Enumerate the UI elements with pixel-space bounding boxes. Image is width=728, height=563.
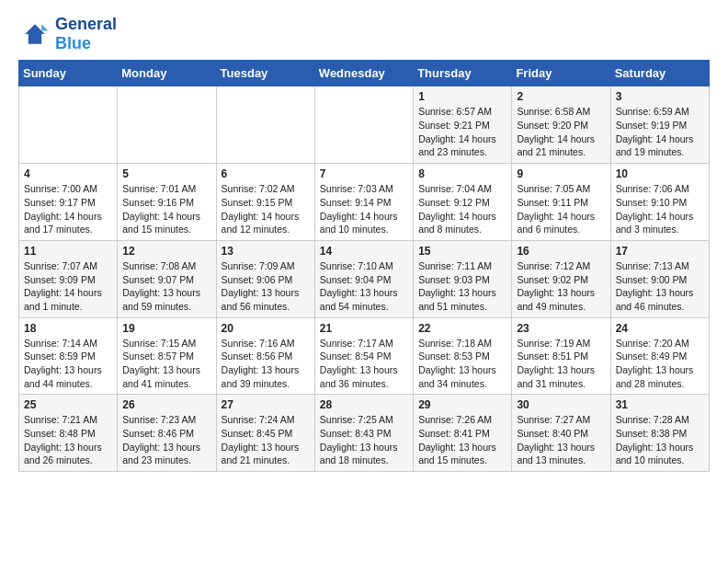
calendar-cell: 27Sunrise: 7:24 AM Sunset: 8:45 PM Dayli…	[216, 395, 314, 472]
day-number: 28	[320, 398, 408, 411]
day-number: 10	[616, 167, 704, 180]
day-number: 14	[320, 245, 408, 258]
calendar-cell: 9Sunrise: 7:05 AM Sunset: 9:11 PM Daylig…	[512, 164, 610, 241]
weekday-header: Friday	[512, 61, 610, 86]
day-info: Sunrise: 7:27 AM Sunset: 8:40 PM Dayligh…	[517, 413, 605, 467]
day-info: Sunrise: 7:04 AM Sunset: 9:12 PM Dayligh…	[418, 182, 506, 236]
day-info: Sunrise: 7:18 AM Sunset: 8:53 PM Dayligh…	[418, 337, 506, 391]
day-info: Sunrise: 7:28 AM Sunset: 8:38 PM Dayligh…	[616, 413, 704, 467]
day-info: Sunrise: 7:23 AM Sunset: 8:46 PM Dayligh…	[122, 413, 210, 467]
calendar-cell: 18Sunrise: 7:14 AM Sunset: 8:59 PM Dayli…	[19, 317, 118, 395]
calendar-week-row: 4Sunrise: 7:00 AM Sunset: 9:17 PM Daylig…	[19, 164, 710, 241]
calendar-cell: 22Sunrise: 7:18 AM Sunset: 8:53 PM Dayli…	[414, 317, 512, 395]
day-number: 27	[222, 398, 310, 411]
calendar-cell: 20Sunrise: 7:16 AM Sunset: 8:56 PM Dayli…	[216, 317, 314, 395]
day-info: Sunrise: 7:16 AM Sunset: 8:56 PM Dayligh…	[222, 337, 310, 391]
calendar-week-row: 1Sunrise: 6:57 AM Sunset: 9:21 PM Daylig…	[19, 86, 710, 164]
calendar-cell: 30Sunrise: 7:27 AM Sunset: 8:40 PM Dayli…	[512, 395, 610, 472]
calendar-cell: 29Sunrise: 7:26 AM Sunset: 8:41 PM Dayli…	[414, 395, 512, 472]
day-number: 29	[418, 398, 506, 411]
day-info: Sunrise: 7:13 AM Sunset: 9:00 PM Dayligh…	[616, 259, 704, 314]
day-info: Sunrise: 7:25 AM Sunset: 8:43 PM Dayligh…	[320, 413, 408, 467]
calendar-week-row: 25Sunrise: 7:21 AM Sunset: 8:48 PM Dayli…	[19, 395, 710, 472]
calendar-cell: 16Sunrise: 7:12 AM Sunset: 9:02 PM Dayli…	[512, 240, 610, 317]
day-info: Sunrise: 7:10 AM Sunset: 9:04 PM Dayligh…	[320, 259, 408, 314]
day-info: Sunrise: 7:07 AM Sunset: 9:09 PM Dayligh…	[24, 259, 112, 314]
calendar-cell: 12Sunrise: 7:08 AM Sunset: 9:07 PM Dayli…	[118, 240, 216, 317]
calendar-cell: 4Sunrise: 7:00 AM Sunset: 9:17 PM Daylig…	[19, 164, 118, 241]
calendar-cell: 6Sunrise: 7:02 AM Sunset: 9:15 PM Daylig…	[216, 164, 314, 241]
calendar-cell: 13Sunrise: 7:09 AM Sunset: 9:06 PM Dayli…	[216, 240, 314, 317]
calendar-cell	[19, 86, 118, 164]
day-info: Sunrise: 7:26 AM Sunset: 8:41 PM Dayligh…	[418, 413, 506, 467]
calendar-cell: 19Sunrise: 7:15 AM Sunset: 8:57 PM Dayli…	[118, 317, 216, 395]
day-number: 8	[418, 167, 506, 180]
day-info: Sunrise: 7:20 AM Sunset: 8:49 PM Dayligh…	[616, 337, 704, 391]
day-number: 25	[24, 398, 112, 411]
calendar-cell: 7Sunrise: 7:03 AM Sunset: 9:14 PM Daylig…	[314, 164, 413, 241]
calendar-cell: 31Sunrise: 7:28 AM Sunset: 8:38 PM Dayli…	[610, 395, 709, 472]
day-number: 1	[418, 90, 506, 103]
day-info: Sunrise: 7:09 AM Sunset: 9:06 PM Dayligh…	[222, 259, 310, 314]
day-info: Sunrise: 7:12 AM Sunset: 9:02 PM Dayligh…	[517, 259, 605, 314]
weekday-header-row: SundayMondayTuesdayWednesdayThursdayFrid…	[19, 61, 710, 86]
day-info: Sunrise: 7:19 AM Sunset: 8:51 PM Dayligh…	[517, 337, 605, 391]
weekday-header: Wednesday	[314, 61, 413, 86]
weekday-header: Tuesday	[216, 61, 314, 86]
day-info: Sunrise: 7:03 AM Sunset: 9:14 PM Dayligh…	[320, 182, 408, 236]
calendar-cell: 24Sunrise: 7:20 AM Sunset: 8:49 PM Dayli…	[610, 317, 709, 395]
day-number: 9	[517, 167, 605, 180]
weekday-header: Sunday	[19, 61, 118, 86]
logo: General Blue	[18, 15, 117, 52]
calendar-week-row: 11Sunrise: 7:07 AM Sunset: 9:09 PM Dayli…	[19, 240, 710, 317]
weekday-header: Thursday	[414, 61, 512, 86]
calendar-cell: 15Sunrise: 7:11 AM Sunset: 9:03 PM Dayli…	[414, 240, 512, 317]
calendar-cell	[314, 86, 413, 164]
calendar-cell: 23Sunrise: 7:19 AM Sunset: 8:51 PM Dayli…	[512, 317, 610, 395]
calendar-week-row: 18Sunrise: 7:14 AM Sunset: 8:59 PM Dayli…	[19, 317, 710, 395]
page-header: General Blue	[18, 15, 710, 52]
calendar-cell: 21Sunrise: 7:17 AM Sunset: 8:54 PM Dayli…	[314, 317, 413, 395]
calendar-cell: 3Sunrise: 6:59 AM Sunset: 9:19 PM Daylig…	[610, 86, 709, 164]
day-info: Sunrise: 7:00 AM Sunset: 9:17 PM Dayligh…	[24, 182, 112, 236]
weekday-header: Monday	[118, 61, 216, 86]
day-number: 11	[24, 245, 112, 258]
day-number: 12	[122, 245, 210, 258]
day-info: Sunrise: 6:59 AM Sunset: 9:19 PM Dayligh…	[616, 105, 704, 159]
day-number: 4	[24, 167, 112, 180]
logo-text: General Blue	[55, 15, 117, 52]
day-number: 18	[24, 322, 112, 335]
calendar-cell: 17Sunrise: 7:13 AM Sunset: 9:00 PM Dayli…	[610, 240, 709, 317]
day-number: 31	[616, 398, 704, 411]
day-info: Sunrise: 7:15 AM Sunset: 8:57 PM Dayligh…	[122, 337, 210, 391]
day-number: 7	[320, 167, 408, 180]
day-info: Sunrise: 7:17 AM Sunset: 8:54 PM Dayligh…	[320, 337, 408, 391]
day-info: Sunrise: 6:58 AM Sunset: 9:20 PM Dayligh…	[517, 105, 605, 159]
day-number: 16	[517, 245, 605, 258]
calendar-cell: 1Sunrise: 6:57 AM Sunset: 9:21 PM Daylig…	[414, 86, 512, 164]
day-number: 2	[517, 90, 605, 103]
day-number: 20	[222, 322, 310, 335]
calendar-cell: 2Sunrise: 6:58 AM Sunset: 9:20 PM Daylig…	[512, 86, 610, 164]
calendar-cell: 11Sunrise: 7:07 AM Sunset: 9:09 PM Dayli…	[19, 240, 118, 317]
weekday-header: Saturday	[610, 61, 709, 86]
calendar-cell	[216, 86, 314, 164]
calendar-cell: 5Sunrise: 7:01 AM Sunset: 9:16 PM Daylig…	[118, 164, 216, 241]
day-number: 26	[122, 398, 210, 411]
day-info: Sunrise: 7:08 AM Sunset: 9:07 PM Dayligh…	[122, 259, 210, 314]
calendar-cell: 14Sunrise: 7:10 AM Sunset: 9:04 PM Dayli…	[314, 240, 413, 317]
day-number: 13	[222, 245, 310, 258]
day-info: Sunrise: 7:24 AM Sunset: 8:45 PM Dayligh…	[222, 413, 310, 467]
day-info: Sunrise: 7:02 AM Sunset: 9:15 PM Dayligh…	[222, 182, 310, 236]
day-info: Sunrise: 7:11 AM Sunset: 9:03 PM Dayligh…	[418, 259, 506, 314]
day-number: 3	[616, 90, 704, 103]
day-number: 23	[517, 322, 605, 335]
calendar-cell: 28Sunrise: 7:25 AM Sunset: 8:43 PM Dayli…	[314, 395, 413, 472]
calendar-cell	[118, 86, 216, 164]
day-number: 19	[122, 322, 210, 335]
day-info: Sunrise: 7:14 AM Sunset: 8:59 PM Dayligh…	[24, 337, 112, 391]
calendar-cell: 10Sunrise: 7:06 AM Sunset: 9:10 PM Dayli…	[610, 164, 709, 241]
day-info: Sunrise: 7:01 AM Sunset: 9:16 PM Dayligh…	[122, 182, 210, 236]
day-info: Sunrise: 7:05 AM Sunset: 9:11 PM Dayligh…	[517, 182, 605, 236]
day-info: Sunrise: 6:57 AM Sunset: 9:21 PM Dayligh…	[418, 105, 506, 159]
